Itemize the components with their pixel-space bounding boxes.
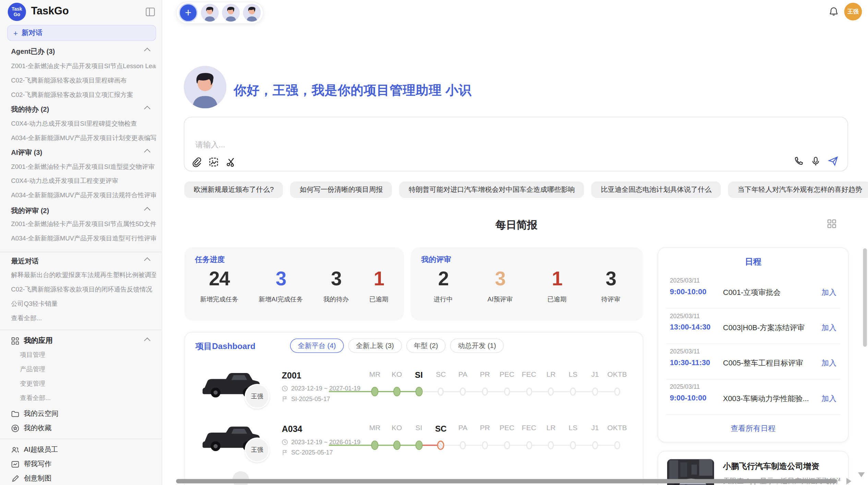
scroll-right-arrow-icon[interactable] (846, 478, 852, 484)
chevron-up-icon[interactable] (144, 207, 150, 213)
apps-grid-icon (11, 337, 19, 345)
session-avatar[interactable] (222, 4, 240, 22)
suggestion-chip[interactable]: 如何写一份清晰的项目周报 (290, 182, 392, 198)
project-code[interactable]: A034 (282, 424, 302, 434)
section-ai-review[interactable]: AI评审 (3) (11, 148, 42, 156)
schedule-panel: 日程 2025/03/11 9:00-10:00 C001-立项审批会 加入 2… (658, 247, 848, 443)
new-chat-button[interactable]: + 新对话 (7, 25, 156, 41)
stat-label: 待评审 (601, 295, 620, 303)
suggestion-chip[interactable]: 特朗普可能对进口汽车增税会对中国车企造成哪些影响 (399, 182, 584, 198)
user-avatar-badge[interactable]: 王强 (844, 3, 862, 21)
tab-new-body[interactable]: 全新上装 (3) (348, 338, 401, 353)
team-icon (11, 446, 19, 454)
milestone-dot (614, 387, 620, 396)
horizontal-scrollbar[interactable] (176, 479, 837, 483)
milestone-dot (614, 441, 620, 449)
milestone-dot (548, 387, 554, 396)
message-input[interactable] (194, 139, 637, 149)
tab-new-platform[interactable]: 全新平台 (4) (290, 338, 343, 353)
session-avatar[interactable] (201, 4, 219, 22)
sidebar-item-creative-draw[interactable]: 创意制图 (11, 474, 156, 483)
view-all-apps[interactable]: 查看全部... (20, 394, 156, 402)
schedule-event-title: C001-立项审批会 (723, 288, 781, 298)
schedule-item[interactable]: 2025/03/11 13:00-14:30 C003|H0B-方案冻结评审 加… (666, 309, 841, 344)
session-switcher: + (176, 2, 264, 24)
join-link[interactable]: 加入 (821, 394, 836, 404)
phone-icon[interactable] (793, 156, 804, 166)
schedule-title: 日程 (658, 257, 848, 267)
chevron-up-icon[interactable] (144, 257, 150, 263)
stat-label: 已逾期 (547, 295, 567, 303)
sidebar-item-cloud-space[interactable]: 我的云空间 (11, 409, 156, 418)
view-all-chats[interactable]: 查看全部... (11, 314, 156, 322)
milestone-label: J1 (591, 370, 599, 378)
suggestion-chip[interactable]: 比亚迪全固态电池计划具体说了什么 (591, 182, 721, 198)
sidebar-item[interactable]: Z001-全新燃油轻卡产品开发项目SI节点属性5D文件评审 (11, 220, 156, 228)
join-link[interactable]: 加入 (821, 323, 836, 333)
recent-chat-item[interactable]: C02-飞腾新能源轻客改款项目的闭环通告反馈情况 (11, 285, 156, 293)
tab-year-model[interactable]: 年型 (2) (406, 338, 446, 353)
sidebar-item-help-write[interactable]: 帮我写作 (11, 460, 156, 469)
sidebar-item-favorites[interactable]: 我的收藏 (11, 424, 156, 433)
pen-icon (11, 474, 19, 483)
app-item-project-mgmt[interactable]: 项目管理 (20, 351, 156, 359)
paperclip-icon[interactable] (191, 157, 202, 167)
flag-icon (282, 396, 288, 402)
recent-chat-item[interactable]: 公司Q3轻卡销量 (11, 300, 156, 308)
milestone-track: MRKOSISCPAPRPECFECLRLSJ1OKTB (323, 420, 633, 453)
section-agent-done[interactable]: Agent已办 (3) (11, 47, 55, 55)
sidebar-item[interactable]: Z001-全新燃油皮卡产品开发项目SI节点Lesson Learn报告 (11, 62, 156, 70)
chevron-up-icon[interactable] (144, 48, 150, 54)
composer-right-tools (793, 156, 839, 166)
scissors-icon[interactable] (225, 157, 236, 167)
add-session-button[interactable]: + (179, 3, 198, 22)
schedule-item[interactable]: 2025/03/11 9:00-10:00 C001-立项审批会 加入 (666, 273, 841, 309)
sidebar-item[interactable]: A034-全新新能源MUV产品开发项目法规符合性评审 (11, 191, 156, 199)
chevron-up-icon[interactable] (144, 106, 150, 112)
stat-row: 24新增完成任务 3新增AI完成任务 3我的待办 1已逾期 (190, 267, 399, 315)
sidebar-item[interactable]: Z001-全新燃油轻卡产品开发项目SI造型提交物评审 (11, 163, 156, 171)
image-icon[interactable] (208, 157, 219, 167)
schedule-item[interactable]: 2025/03/11 10:30-11:30 C005-整车工程目标评审 加入 (666, 344, 841, 379)
sidebar-item[interactable]: C02-飞腾新能源轻客改款项目里程碑画布 (11, 76, 156, 84)
sidebar-item[interactable]: C0X4-动力总成开发项目SI里程碑提交物检查 (11, 120, 156, 127)
bell-icon[interactable] (829, 7, 839, 16)
stat-value: 3 (495, 267, 505, 290)
stat-overdue: 1已逾期 (547, 267, 567, 315)
project-code[interactable]: Z001 (282, 371, 301, 381)
sidebar-item-ai-staff[interactable]: AI超级员工 (11, 445, 156, 454)
sidebar-item-my-apps[interactable]: 我的应用 (11, 336, 156, 345)
send-icon[interactable] (828, 156, 839, 166)
suggestion-chip[interactable]: 欧洲新规最近颁布了什么? (184, 182, 283, 198)
mic-icon[interactable] (810, 156, 821, 166)
milestone-dot (415, 440, 422, 450)
vertical-scrollbar[interactable] (863, 248, 867, 347)
section-recent-chats[interactable]: 最近对话 (11, 257, 39, 264)
divider (0, 439, 162, 439)
sidebar-item[interactable]: C0X4-动力总成开发项目工程变更评审 (11, 177, 156, 185)
session-avatar[interactable] (243, 4, 261, 22)
sidebar-item[interactable]: C02-飞腾新能源轻客改款项目立项汇报方案 (11, 91, 156, 99)
milestone-label: PA (458, 370, 467, 378)
section-my-review[interactable]: 我的评审 (2) (11, 206, 49, 214)
collapse-sidebar-icon[interactable] (146, 7, 155, 16)
divider (0, 252, 162, 252)
tab-powertrain[interactable]: 动总开发 (1) (450, 338, 504, 353)
milestone-label: MR (369, 370, 381, 378)
section-my-todo[interactable]: 我的待办 (2) (11, 105, 49, 113)
sidebar-item[interactable]: A034-全新新能源MUV产品开发项目造型可行性评审 (11, 235, 156, 242)
chevron-up-icon[interactable] (144, 149, 150, 155)
sidebar: Task Go TaskGo + 新对话 Agent已办 (3) Z001-全新… (0, 0, 162, 485)
scroll-down-arrow-icon[interactable] (858, 472, 865, 477)
app-item-change-mgmt[interactable]: 变更管理 (20, 380, 156, 387)
sidebar-item[interactable]: A034-全新新能源MUV产品开发项目计划变更表编写 (11, 134, 156, 142)
schedule-item[interactable]: 2025/03/11 9:00-10:00 X003-车辆动力学性能验... 加… (666, 380, 841, 415)
app-item-product-mgmt[interactable]: 产品管理 (20, 365, 156, 373)
join-link[interactable]: 加入 (821, 358, 836, 368)
milestone-label: FEC (522, 424, 536, 432)
view-all-schedules[interactable]: 查看所有日程 (658, 424, 848, 434)
join-link[interactable]: 加入 (821, 288, 836, 298)
recent-chat-item[interactable]: 解释最新出台的欧盟报废车法规再生塑料比例被调至15%... (11, 271, 156, 279)
suggestion-chip[interactable]: 当下年轻人对汽车外观有怎样的喜好趋势 (728, 182, 868, 198)
layout-grid-icon[interactable] (827, 219, 836, 228)
